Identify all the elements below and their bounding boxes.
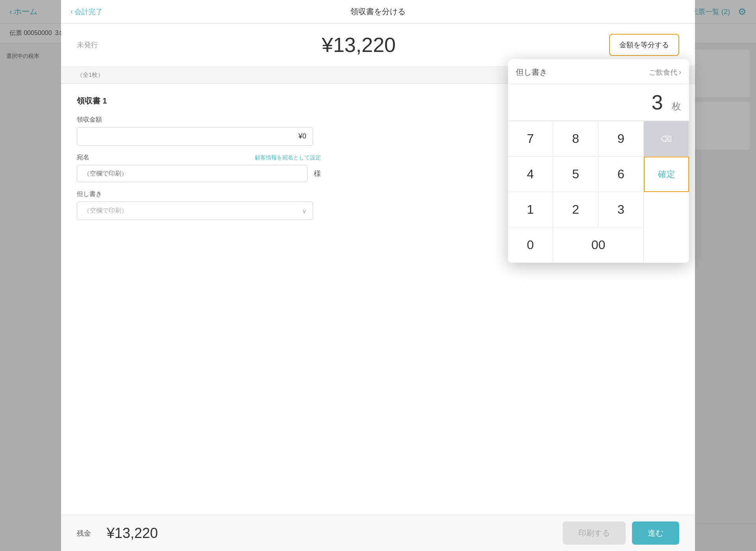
chevron-down-icon: ∨ — [302, 207, 307, 214]
equal-split-button[interactable]: 金額を等分する — [609, 34, 679, 56]
key-3[interactable]: 3 — [598, 192, 644, 227]
modal-title: 領収書を分ける — [350, 6, 406, 17]
note-placeholder: （空欄で印刷） — [83, 207, 128, 215]
numpad-unit: 枚 — [672, 101, 681, 111]
balance-label: 残金 — [77, 529, 91, 538]
key-8[interactable]: 8 — [553, 121, 598, 157]
numpad-grid: 7 8 9 ⌫ 4 5 6 確定 1 2 3 0 00 — [508, 121, 689, 263]
key-00[interactable]: 00 — [553, 227, 644, 263]
note-select[interactable]: （空欄で印刷） ∨ — [77, 202, 313, 220]
category-text: ご飲食代 — [649, 68, 677, 77]
numpad-value: 3 — [652, 91, 663, 114]
key-7[interactable]: 7 — [508, 121, 553, 157]
print-button[interactable]: 印刷する — [563, 521, 626, 545]
modal-footer: 残金 ¥13,220 印刷する 進む — [61, 515, 695, 551]
key-9[interactable]: 9 — [598, 121, 644, 157]
recipient-label: 宛名 — [77, 153, 89, 162]
footer-left: 残金 ¥13,220 — [77, 525, 158, 542]
recipient-input[interactable] — [77, 165, 308, 182]
amount-label: 未発行 — [77, 40, 108, 50]
numpad-header: 但し書き ご飲食代 › — [508, 67, 689, 84]
balance-amount: ¥13,220 — [107, 525, 158, 542]
key-5[interactable]: 5 — [553, 157, 598, 192]
numpad-display: 3 枚 — [508, 84, 689, 121]
confirm-key[interactable]: 確定 — [644, 157, 689, 192]
chevron-left-icon: ‹ — [70, 7, 73, 16]
amount-input[interactable] — [77, 127, 313, 146]
key-6[interactable]: 6 — [598, 157, 644, 192]
backspace-key[interactable]: ⌫ — [644, 121, 689, 157]
numpad-popup: 但し書き ご飲食代 › 3 枚 7 8 9 ⌫ 4 5 6 確定 1 2 3 0… — [508, 59, 689, 263]
total-tab-label: （全1枚） — [77, 71, 104, 79]
key-4[interactable]: 4 — [508, 157, 553, 192]
recipient-row: 様 — [77, 165, 321, 182]
note-select-wrapper: （空欄で印刷） ∨ — [77, 202, 313, 220]
chevron-right-icon: › — [679, 68, 681, 76]
total-amount: ¥13,220 — [116, 33, 601, 57]
back-label[interactable]: 会計完了 — [74, 7, 103, 17]
numpad-category: ご飲食代 › — [649, 68, 681, 77]
recipient-suffix: 様 — [314, 169, 321, 178]
key-2[interactable]: 2 — [553, 192, 598, 227]
numpad-label: 但し書き — [516, 67, 547, 78]
key-0[interactable]: 0 — [508, 227, 553, 263]
next-button[interactable]: 進む — [632, 521, 679, 545]
modal-header: ‹ 会計完了 領収書を分ける — [61, 0, 695, 24]
back-button[interactable]: ‹ 会計完了 — [70, 7, 103, 17]
key-1[interactable]: 1 — [508, 192, 553, 227]
customer-link[interactable]: 顧客情報を宛名として設定 — [255, 154, 321, 161]
footer-actions: 印刷する 進む — [563, 521, 679, 545]
